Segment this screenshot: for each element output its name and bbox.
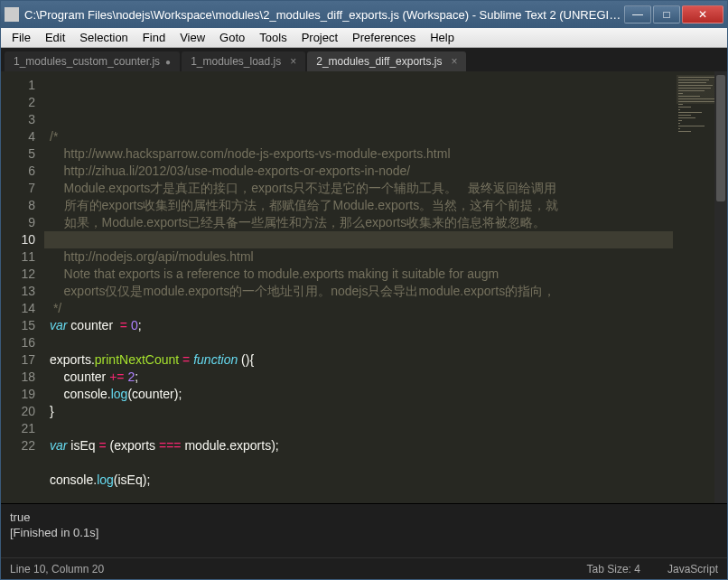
line-number[interactable]: 1 — [1, 77, 35, 94]
maximize-button[interactable]: □ — [653, 5, 680, 23]
code-line[interactable]: exports仅仅是module.exports的一个地址引用。nodejs只会… — [50, 283, 673, 300]
menu-find[interactable]: Find — [135, 29, 173, 46]
line-number[interactable]: 15 — [1, 317, 35, 334]
menu-goto[interactable]: Goto — [212, 29, 252, 46]
dirty-indicator-icon: ● — [165, 57, 171, 67]
code-line[interactable]: var counter = 0; — [50, 317, 673, 334]
status-syntax[interactable]: JavaScript — [667, 563, 718, 575]
code-line[interactable]: var isEq = (exports === module.exports); — [50, 437, 673, 454]
line-number[interactable]: 12 — [1, 266, 35, 283]
tab[interactable]: 2_modules_diff_exports.js× — [307, 51, 466, 71]
code-line[interactable]: /* — [50, 128, 673, 145]
line-number[interactable]: 19 — [1, 386, 35, 403]
code-line[interactable]: Module.exports才是真正的接口，exports只不过是它的一个辅助工… — [50, 180, 673, 197]
menubar: FileEditSelectionFindViewGotoToolsProjec… — [1, 28, 727, 48]
tab-close-icon[interactable]: × — [451, 55, 457, 68]
line-number[interactable]: 14 — [1, 300, 35, 317]
code-line[interactable]: http://www.hacksparrow.com/node-js-expor… — [50, 145, 673, 163]
menu-selection[interactable]: Selection — [72, 29, 135, 46]
minimize-button[interactable]: — — [624, 5, 651, 23]
line-number[interactable]: 7 — [1, 180, 35, 197]
code-line[interactable] — [50, 489, 673, 503]
code-line[interactable] — [50, 231, 673, 248]
code-line[interactable]: 如果，Module.exports已经具备一些属性和方法，那么exports收集… — [50, 214, 673, 231]
window: C:\Program Files\nodejs\Workspace\module… — [0, 0, 728, 580]
line-number[interactable]: 10 — [1, 231, 35, 248]
menu-tools[interactable]: Tools — [252, 29, 294, 46]
line-number[interactable]: 6 — [1, 163, 35, 180]
scrollbar-thumb[interactable] — [716, 75, 725, 201]
line-number[interactable]: 17 — [1, 351, 35, 369]
code-line[interactable]: http://nodejs.org/api/modules.html — [50, 248, 673, 266]
line-number[interactable]: 16 — [1, 334, 35, 351]
line-number[interactable]: 3 — [1, 111, 35, 128]
tab[interactable]: 1_modules_load.js× — [182, 51, 305, 71]
menu-view[interactable]: View — [173, 29, 212, 46]
titlebar[interactable]: C:\Program Files\nodejs\Workspace\module… — [1, 1, 727, 28]
code-line[interactable]: 所有的exports收集到的属性和方法，都赋值给了Module.exports。… — [50, 197, 673, 214]
line-number[interactable]: 5 — [1, 145, 35, 163]
editor-area: 12345678910111213141516171819202122 /* h… — [1, 71, 727, 503]
code-area[interactable]: /* http://www.hacksparrow.com/node-js-ex… — [44, 71, 673, 503]
line-number[interactable]: 20 — [1, 403, 35, 420]
status-tabsize[interactable]: Tab Size: 4 — [587, 563, 640, 575]
code-line[interactable] — [50, 334, 673, 351]
console-panel: true[Finished in 0.1s] — [1, 503, 727, 557]
menu-project[interactable]: Project — [294, 29, 345, 46]
line-number[interactable]: 2 — [1, 94, 35, 111]
code-line[interactable]: */ — [50, 300, 673, 317]
console-line: [Finished in 0.1s] — [10, 525, 718, 540]
window-title: C:\Program Files\nodejs\Workspace\module… — [24, 8, 622, 22]
code-line[interactable]: http://zihua.li/2012/03/use-module-expor… — [50, 163, 673, 180]
code-line[interactable]: counter += 2; — [50, 369, 673, 386]
console-line: true — [10, 510, 718, 525]
menu-edit[interactable]: Edit — [38, 29, 72, 46]
line-number[interactable]: 11 — [1, 248, 35, 266]
line-number[interactable]: 21 — [1, 420, 35, 437]
status-position: Line 10, Column 20 — [10, 563, 560, 575]
line-number[interactable]: 4 — [1, 128, 35, 145]
close-button[interactable]: ✕ — [682, 5, 723, 23]
line-number[interactable]: 8 — [1, 197, 35, 214]
tab-label: 2_modules_diff_exports.js — [316, 55, 442, 68]
menu-file[interactable]: File — [5, 29, 38, 46]
tabbar: 1_modules_custom_counter.js●1_modules_lo… — [1, 48, 727, 71]
line-number[interactable]: 9 — [1, 214, 35, 231]
code-line[interactable]: console.log(isEq); — [50, 472, 673, 489]
code-line[interactable] — [50, 420, 673, 437]
gutter: 12345678910111213141516171819202122 — [1, 71, 44, 503]
line-number[interactable]: 22 — [1, 437, 35, 454]
code-line[interactable]: exports.printNextCount = function (){ — [50, 351, 673, 369]
code-line[interactable]: } — [50, 403, 673, 420]
code-line[interactable] — [50, 454, 673, 472]
code-line[interactable]: console.log(counter); — [50, 386, 673, 403]
statusbar: Line 10, Column 20 Tab Size: 4 JavaScrip… — [1, 557, 727, 579]
tab-label: 1_modules_custom_counter.js — [14, 55, 160, 68]
vertical-scrollbar[interactable] — [714, 71, 727, 503]
line-number[interactable]: 18 — [1, 369, 35, 386]
tab-close-icon[interactable]: × — [290, 55, 296, 68]
menu-help[interactable]: Help — [423, 29, 462, 46]
app-icon — [5, 7, 19, 22]
line-number[interactable]: 13 — [1, 283, 35, 300]
code-line[interactable]: Note that exports is a reference to modu… — [50, 266, 673, 283]
tab-label: 1_modules_load.js — [191, 55, 281, 68]
menu-preferences[interactable]: Preferences — [345, 29, 423, 46]
tab[interactable]: 1_modules_custom_counter.js● — [5, 51, 180, 71]
